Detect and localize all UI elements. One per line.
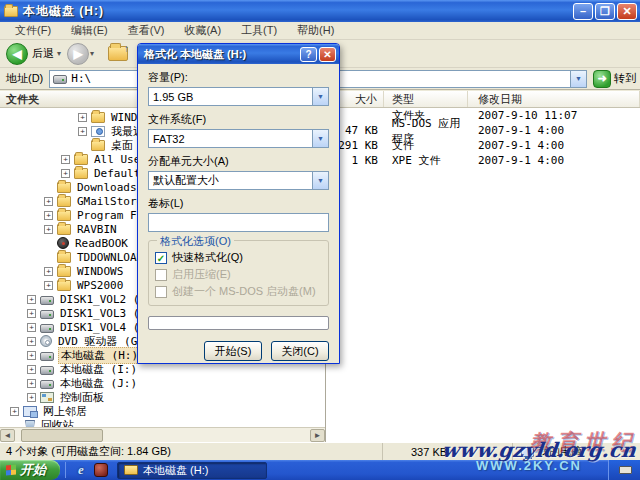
tree-item-label: Downloads [75, 181, 139, 194]
dialog-titlebar: 格式化 本地磁盘 (H:) ? ✕ [138, 44, 339, 64]
format-option: 创建一个 MS-DOS 启动盘(M) [155, 283, 322, 300]
close-button[interactable]: ✕ [617, 3, 637, 20]
filesystem-label: 文件系统(F) [148, 112, 329, 127]
tree-item-label: RAVBIN [75, 223, 119, 236]
volume-label: 卷标(L) [148, 196, 329, 211]
expand-icon[interactable]: + [27, 323, 36, 332]
expand-icon[interactable]: + [44, 211, 53, 220]
folder-icon [57, 266, 71, 277]
format-option[interactable]: ✓快速格式化(Q) [155, 249, 322, 266]
recent-icon [91, 126, 105, 137]
go-label: 转到 [614, 71, 636, 86]
format-option-label: 创建一个 MS-DOS 启动盘(M) [172, 284, 316, 299]
menu-item[interactable]: 工具(T) [232, 21, 286, 40]
menu-item[interactable]: 文件(F) [6, 21, 60, 40]
taskbar-task-button[interactable]: 本地磁盘 (H:) [117, 462, 267, 479]
filesystem-select[interactable]: FAT32 ▼ [148, 129, 329, 148]
help-icon[interactable]: ? [300, 47, 317, 62]
close-dialog-button[interactable]: 关闭(C) [271, 341, 329, 361]
scroll-right-icon[interactable]: ► [310, 429, 325, 442]
tree-item-label: 回收站 [39, 418, 76, 428]
up-icon[interactable] [108, 46, 128, 61]
alloc-dropdown-icon[interactable]: ▼ [312, 172, 328, 189]
expand-icon[interactable]: + [10, 407, 19, 416]
expand-icon[interactable]: + [27, 295, 36, 304]
format-option: 启用压缩(E) [155, 266, 322, 283]
tree-item-label: 网上邻居 [41, 404, 89, 419]
expand-icon[interactable]: + [44, 197, 53, 206]
folder-icon [74, 154, 88, 165]
volume-input[interactable] [148, 213, 329, 232]
tree-item[interactable]: +本地磁盘 (J:) [0, 376, 325, 390]
tree-item-label: 控制面板 [58, 390, 106, 405]
capacity-label: 容量(P): [148, 70, 329, 85]
format-progress-bar [148, 316, 329, 330]
tree-item[interactable]: +网上邻居 [0, 404, 325, 418]
start-button-taskbar[interactable]: 开始 [0, 460, 60, 480]
expand-icon[interactable]: + [61, 169, 70, 178]
address-dropdown-icon[interactable]: ▼ [570, 71, 586, 87]
checkbox-icon[interactable]: ✓ [155, 252, 167, 264]
tree-item[interactable]: +回收站 [0, 418, 325, 427]
forward-icon[interactable]: ▶ [67, 43, 89, 65]
menu-item[interactable]: 查看(V) [119, 21, 174, 40]
back-icon[interactable]: ◀ [6, 43, 28, 65]
file-row[interactable]: 47 KBMS-DOS 应用程序2007-9-1 4:00 [326, 123, 640, 138]
file-row[interactable]: 1 KBXPE 文件2007-9-1 4:00 [326, 153, 640, 168]
start-button[interactable]: 开始(S) [204, 341, 262, 361]
expand-icon[interactable]: + [27, 393, 36, 402]
expand-icon[interactable]: + [44, 225, 53, 234]
expand-icon[interactable]: + [27, 309, 36, 318]
back-dropdown-icon[interactable]: ▾ [57, 49, 61, 58]
menu-item[interactable]: 帮助(H) [288, 21, 343, 40]
folder-icon [57, 196, 71, 207]
drive-icon [40, 296, 54, 305]
window-title: 本地磁盘 (H:) [23, 3, 571, 20]
capacity-select[interactable]: 1.95 GB ▼ [148, 87, 329, 106]
folder-icon [57, 182, 71, 193]
scrollbar-thumb[interactable] [21, 429, 103, 442]
tray-keyboard-icon[interactable] [619, 466, 632, 474]
scroll-left-icon[interactable]: ◄ [0, 429, 15, 442]
drive-icon [53, 75, 67, 84]
expand-icon[interactable]: + [78, 113, 87, 122]
quick-launch-app-icon[interactable] [94, 463, 108, 477]
expand-icon[interactable]: + [27, 351, 36, 360]
minimize-button[interactable]: – [573, 3, 593, 20]
tree-item[interactable]: +控制面板 [0, 390, 325, 404]
back-button[interactable]: 后退 [32, 46, 54, 61]
expand-icon[interactable]: + [27, 365, 36, 374]
capacity-dropdown-icon[interactable]: ▼ [312, 88, 328, 105]
expand-icon[interactable]: + [27, 337, 36, 346]
file-row[interactable]: 文件夹2007-9-10 11:07 [326, 108, 640, 123]
expand-icon[interactable]: + [61, 155, 70, 164]
address-label: 地址(D) [6, 71, 43, 86]
folder-icon [57, 224, 71, 235]
menu-item[interactable]: 编辑(E) [62, 21, 117, 40]
tree-horizontal-scrollbar[interactable]: ◄ ► [0, 427, 325, 442]
expand-icon[interactable]: + [78, 127, 87, 136]
status-bar: 4 个对象 (可用磁盘空间: 1.84 GB) 337 KB 我的电脑 [0, 442, 640, 460]
file-row[interactable]: 291 KB文件2007-9-1 4:00 [326, 138, 640, 153]
dialog-close-icon[interactable]: ✕ [319, 47, 336, 62]
menu-item[interactable]: 收藏(A) [175, 21, 230, 40]
window-titlebar: 本地磁盘 (H:) – ❐ ✕ [0, 0, 640, 22]
folder-icon [57, 210, 71, 221]
go-button[interactable]: ➜ 转到 [593, 70, 636, 88]
column-header[interactable]: 类型 [384, 91, 468, 107]
restore-button[interactable]: ❐ [595, 3, 615, 20]
folder-icon [91, 112, 105, 123]
expand-icon[interactable]: + [44, 267, 53, 276]
alloc-select[interactable]: 默认配置大小 ▼ [148, 171, 329, 190]
format-option-label: 快速格式化(Q) [172, 250, 243, 265]
expand-icon[interactable]: + [27, 379, 36, 388]
filesystem-dropdown-icon[interactable]: ▼ [312, 130, 328, 147]
folder-icon [74, 168, 88, 179]
expand-icon[interactable]: + [44, 281, 53, 290]
column-header[interactable]: 修改日期 [468, 91, 640, 107]
file-list-header: 大小类型修改日期 [326, 91, 640, 108]
book-icon [57, 237, 69, 249]
format-option-label: 启用压缩(E) [172, 267, 231, 282]
forward-dropdown-icon[interactable]: ▾ [90, 49, 94, 58]
ie-quick-launch-icon[interactable]: e [74, 463, 88, 477]
